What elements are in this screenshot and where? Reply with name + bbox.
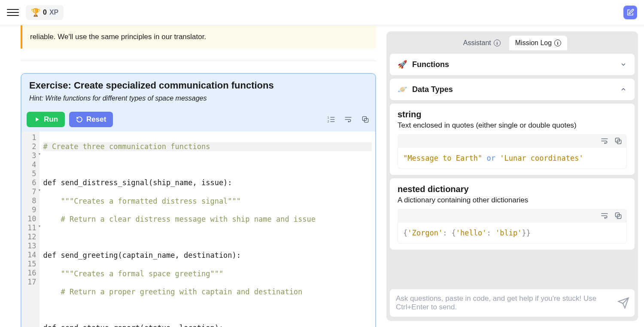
snippet-code[interactable]: {'Zorgon': {'hello': 'blip'}} — [398, 223, 627, 244]
snippet-toolbar — [398, 209, 627, 223]
wrap-icon[interactable] — [600, 211, 609, 220]
copy-icon[interactable] — [614, 137, 623, 145]
card-nested-dictionary: nested dictionary A dictionary containin… — [390, 178, 635, 250]
xp-badge[interactable]: 🏆 0 XP — [26, 5, 64, 20]
main-content: reliable. We'll use the same principles … — [0, 25, 386, 327]
chat-input-wrap — [386, 285, 638, 321]
tab-row: Assistant i Mission Log i — [386, 31, 638, 50]
edit-button[interactable] — [623, 6, 637, 19]
copy-icon[interactable] — [361, 115, 370, 124]
trophy-icon: 🏆 — [31, 8, 40, 17]
exercise-header: Exercise: Create specialized communicati… — [21, 74, 375, 109]
section-functions[interactable]: 🚀 Functions — [390, 54, 635, 75]
menu-icon[interactable] — [7, 6, 19, 18]
tab-label: Assistant — [463, 39, 491, 47]
snippet-code[interactable]: "Message to Earth" or 'Lunar coordinates… — [398, 148, 627, 169]
code-body[interactable]: # Create three communication functions d… — [39, 131, 375, 327]
svg-text:1: 1 — [328, 116, 329, 119]
gutter: 1 2 3 4 5 6 7 8 9 10 11 12 13 14 15 16 1 — [21, 131, 39, 327]
xp-label: XP — [49, 9, 58, 16]
exercise-title: Exercise: Create specialized communicati… — [29, 80, 368, 91]
reset-button[interactable]: Reset — [69, 112, 113, 127]
tab-label: Mission Log — [515, 39, 552, 47]
card-title: string — [398, 110, 627, 119]
tab-assistant[interactable]: Assistant i — [457, 36, 507, 50]
card-title: nested dictionary — [398, 184, 627, 194]
code-editor[interactable]: 1 2 3 4 5 6 7 8 9 10 11 12 13 14 15 16 1 — [21, 131, 375, 327]
card-string: string Text enclosed in quotes (either s… — [390, 104, 635, 175]
editor-toolbar: Run Reset 12 — [21, 109, 375, 131]
card-desc: Text enclosed in quotes (either single o… — [398, 121, 627, 130]
divider — [21, 61, 376, 61]
info-icon: i — [494, 40, 501, 46]
snippet-toolbar — [398, 134, 627, 148]
run-button[interactable]: Run — [27, 112, 65, 127]
topbar: 🏆 0 XP — [0, 0, 644, 25]
section-data-types[interactable]: 🪐 Data Types — [390, 79, 635, 100]
send-icon[interactable] — [617, 297, 629, 309]
info-callout: reliable. We'll use the same principles … — [21, 25, 376, 49]
chat-input[interactable] — [390, 289, 635, 317]
svg-text:2: 2 — [328, 119, 329, 122]
line-numbers-icon[interactable]: 12 — [326, 115, 336, 124]
copy-icon[interactable] — [614, 211, 623, 220]
wrap-icon[interactable] — [600, 137, 609, 145]
run-label: Run — [44, 115, 58, 124]
card-desc: A dictionary containing other dictionari… — [398, 196, 627, 205]
chat-textarea[interactable] — [396, 294, 613, 312]
topbar-left: 🏆 0 XP — [7, 5, 64, 20]
panel-body: 🚀 Functions 🪐 Data Types — [386, 50, 638, 285]
planet-icon: 🪐 — [398, 85, 407, 94]
chevron-up-icon — [620, 86, 627, 93]
section-title-text: Functions — [412, 60, 449, 69]
exercise-hint: Hint: Write functions for different type… — [29, 95, 368, 102]
reset-label: Reset — [86, 115, 106, 124]
chevron-down-icon — [620, 61, 627, 68]
wrap-icon[interactable] — [343, 115, 353, 124]
xp-value: 0 — [43, 9, 47, 16]
callout-text: reliable. We'll use the same principles … — [30, 33, 206, 41]
tab-mission-log[interactable]: Mission Log i — [509, 36, 567, 50]
section-title-text: Data Types — [412, 85, 453, 94]
info-icon: i — [554, 40, 561, 46]
rocket-icon: 🚀 — [398, 60, 407, 69]
right-panel: Assistant i Mission Log i 🚀 Functions — [386, 31, 638, 321]
exercise-card: Exercise: Create specialized communicati… — [21, 73, 376, 327]
